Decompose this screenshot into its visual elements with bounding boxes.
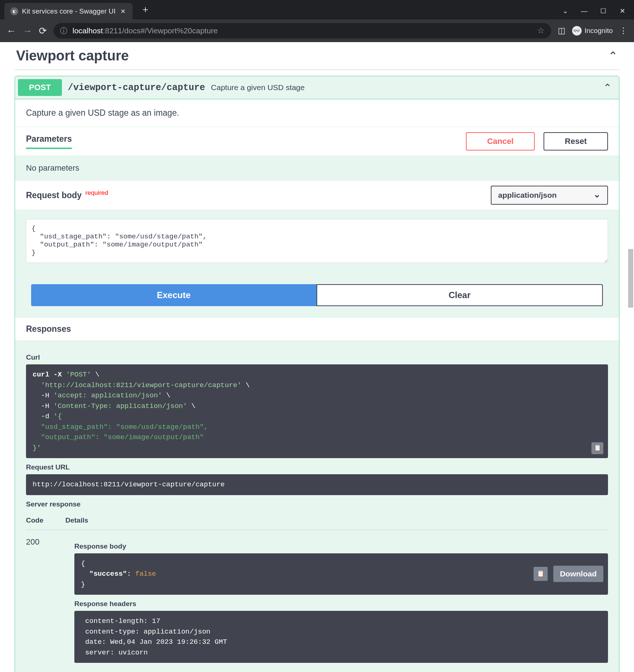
minimize-button[interactable]: — bbox=[580, 7, 589, 15]
tag-title: Viewport capture bbox=[16, 48, 129, 64]
parameters-tab[interactable]: Parameters bbox=[26, 134, 72, 149]
close-tab-button[interactable]: × bbox=[119, 7, 127, 15]
parameters-bar: Parameters Cancel Reset bbox=[15, 127, 619, 156]
responses-title: Responses bbox=[26, 324, 71, 334]
new-tab-button[interactable]: ＋ bbox=[136, 0, 155, 19]
operation-block: POST /viewport-capture/capture Capture a… bbox=[15, 76, 619, 672]
forward-button[interactable]: → bbox=[23, 25, 32, 37]
response-code: 200 bbox=[26, 537, 55, 663]
tab-title: Kit services core - Swagger UI bbox=[22, 7, 116, 15]
content-type-dropdown[interactable]: application/json bbox=[491, 186, 608, 205]
page-viewport: Viewport capture ⌃ POST /viewport-captur… bbox=[0, 42, 634, 672]
scrollbar-thumb[interactable] bbox=[628, 249, 633, 308]
response-body-label: Response body bbox=[74, 542, 608, 550]
request-body-bar: Request body required application/json bbox=[15, 180, 619, 210]
details-header: Details bbox=[66, 516, 88, 524]
overflow-menu-button[interactable]: ⋮ bbox=[619, 26, 627, 36]
required-tag: required bbox=[85, 189, 108, 197]
operation-summary-text: Capture a given USD stage bbox=[211, 83, 597, 92]
response-headers-label: Response headers bbox=[74, 600, 608, 608]
curl-label: Curl bbox=[26, 353, 608, 361]
maximize-button[interactable]: ☐ bbox=[599, 7, 608, 15]
tab-strip: ◐ Kit services core - Swagger UI × ＋ bbox=[0, 0, 155, 19]
window-controls: ⌄ — ☐ ✕ bbox=[561, 7, 634, 19]
response-body-block: { "success": false }📋Download bbox=[74, 553, 608, 595]
copy-curl-button[interactable]: 📋 bbox=[591, 442, 604, 454]
execute-button[interactable]: Execute bbox=[31, 284, 316, 306]
incognito-indicator[interactable]: 👓 Incognito bbox=[572, 26, 613, 36]
bookmark-star-icon[interactable]: ☆ bbox=[537, 26, 545, 36]
chevron-up-icon[interactable]: ⌃ bbox=[603, 82, 616, 94]
operation-path: /viewport-capture/capture bbox=[68, 82, 205, 93]
request-url-label: Request URL bbox=[26, 463, 608, 471]
method-badge: POST bbox=[18, 79, 62, 96]
back-button[interactable]: ← bbox=[7, 25, 16, 37]
incognito-icon: 👓 bbox=[572, 26, 582, 36]
response-headers-block: content-length: 17 content-type: applica… bbox=[74, 611, 608, 663]
request-body-editor[interactable] bbox=[26, 219, 608, 263]
request-body-title: Request body bbox=[26, 190, 82, 200]
url-display: localhost:8211/docs#/Viewport%20capture bbox=[73, 26, 532, 35]
chevron-down-icon[interactable]: ⌄ bbox=[561, 7, 570, 15]
close-window-button[interactable]: ✕ bbox=[618, 7, 627, 15]
curl-command-block: curl -X 'POST' \ 'http://localhost:8211/… bbox=[26, 364, 608, 458]
response-row: 200 Response body { "success": false }📋D… bbox=[26, 530, 608, 671]
response-table-head: Code Details bbox=[26, 511, 608, 530]
tag-section-header[interactable]: Viewport capture ⌃ bbox=[15, 42, 619, 70]
clear-button[interactable]: Clear bbox=[316, 284, 603, 306]
browser-tab[interactable]: ◐ Kit services core - Swagger UI × bbox=[4, 3, 133, 19]
operation-summary[interactable]: POST /viewport-capture/capture Capture a… bbox=[15, 76, 619, 99]
request-url-block: http://localhost:8211/viewport-capture/c… bbox=[26, 474, 608, 495]
site-info-icon[interactable]: ⓘ bbox=[60, 26, 67, 36]
code-header: Code bbox=[26, 516, 44, 524]
server-response-label: Server response bbox=[26, 500, 608, 508]
panel-icon[interactable]: ◫ bbox=[558, 26, 566, 36]
copy-response-button[interactable]: 📋 bbox=[533, 567, 548, 581]
address-bar: ← → ⟳ ⓘ localhost:8211/docs#/Viewport%20… bbox=[0, 19, 634, 42]
cancel-button[interactable]: Cancel bbox=[466, 132, 535, 151]
omnibox[interactable]: ⓘ localhost:8211/docs#/Viewport%20captur… bbox=[53, 23, 551, 38]
chevron-up-icon[interactable]: ⌃ bbox=[608, 49, 618, 63]
window-titlebar: ◐ Kit services core - Swagger UI × ＋ ⌄ —… bbox=[0, 0, 634, 19]
reload-button[interactable]: ⟳ bbox=[39, 25, 47, 37]
reset-button[interactable]: Reset bbox=[544, 132, 608, 151]
globe-icon: ◐ bbox=[10, 7, 18, 15]
download-button[interactable]: Download bbox=[553, 565, 604, 582]
no-parameters-text: No parameters bbox=[15, 156, 619, 180]
operation-description: Capture a given USD stage as an image. bbox=[15, 99, 619, 127]
